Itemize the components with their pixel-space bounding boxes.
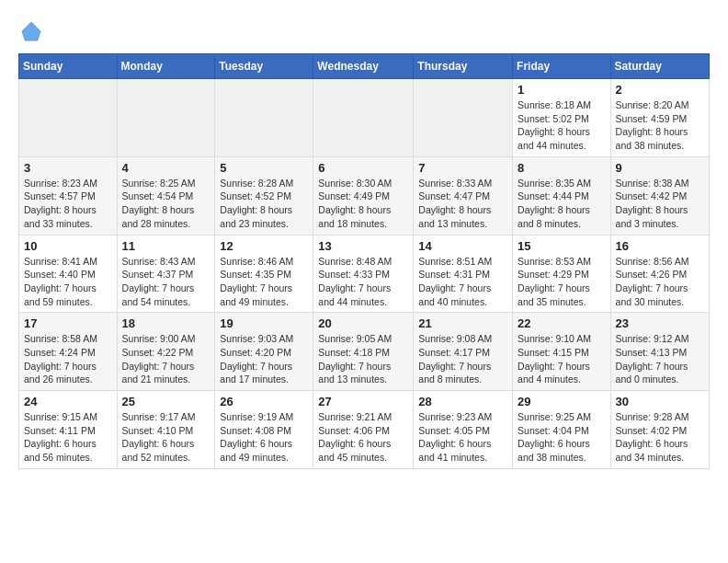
header-tuesday: Tuesday	[215, 54, 313, 79]
day-info: Sunrise: 8:56 AM Sunset: 4:26 PM Dayligh…	[616, 255, 704, 309]
day-number: 20	[318, 316, 408, 330]
day-info: Sunrise: 8:46 AM Sunset: 4:35 PM Dayligh…	[220, 255, 308, 309]
day-number: 8	[518, 161, 606, 175]
day-info: Sunrise: 8:35 AM Sunset: 4:44 PM Dayligh…	[518, 177, 606, 231]
day-cell: 22Sunrise: 9:10 AM Sunset: 4:15 PM Dayli…	[513, 313, 611, 391]
day-info: Sunrise: 9:25 AM Sunset: 4:04 PM Dayligh…	[518, 410, 606, 465]
day-number: 17	[24, 316, 112, 330]
day-cell: 15Sunrise: 8:53 AM Sunset: 4:29 PM Dayli…	[513, 235, 611, 313]
calendar: SundayMondayTuesdayWednesdayThursdayFrid…	[18, 53, 710, 469]
day-cell: 17Sunrise: 8:58 AM Sunset: 4:24 PM Dayli…	[19, 313, 118, 391]
day-number: 11	[122, 239, 210, 253]
day-number: 12	[220, 239, 308, 253]
week-row-5: 24Sunrise: 9:15 AM Sunset: 4:11 PM Dayli…	[19, 391, 710, 469]
day-info: Sunrise: 9:19 AM Sunset: 4:08 PM Dayligh…	[220, 410, 308, 465]
day-cell: 14Sunrise: 8:51 AM Sunset: 4:31 PM Dayli…	[414, 235, 513, 313]
day-number: 3	[24, 161, 112, 175]
day-number: 25	[122, 395, 210, 408]
day-cell: 2Sunrise: 8:20 AM Sunset: 4:59 PM Daylig…	[610, 79, 709, 157]
day-info: Sunrise: 9:08 AM Sunset: 4:17 PM Dayligh…	[418, 332, 507, 386]
day-cell	[215, 79, 313, 157]
day-cell	[117, 79, 215, 157]
day-number: 28	[418, 395, 507, 408]
day-cell: 28Sunrise: 9:23 AM Sunset: 4:05 PM Dayli…	[414, 391, 513, 469]
day-info: Sunrise: 8:25 AM Sunset: 4:54 PM Dayligh…	[122, 177, 210, 231]
week-row-4: 17Sunrise: 8:58 AM Sunset: 4:24 PM Dayli…	[19, 313, 710, 391]
day-info: Sunrise: 9:05 AM Sunset: 4:18 PM Dayligh…	[318, 332, 408, 386]
header-monday: Monday	[117, 54, 215, 79]
week-row-1: 1Sunrise: 8:18 AM Sunset: 5:02 PM Daylig…	[19, 79, 710, 157]
day-info: Sunrise: 8:41 AM Sunset: 4:40 PM Dayligh…	[24, 255, 112, 309]
day-number: 16	[616, 239, 704, 253]
day-cell: 11Sunrise: 8:43 AM Sunset: 4:37 PM Dayli…	[117, 235, 215, 313]
day-cell: 30Sunrise: 9:28 AM Sunset: 4:02 PM Dayli…	[610, 391, 709, 469]
day-cell: 26Sunrise: 9:19 AM Sunset: 4:08 PM Dayli…	[215, 391, 313, 469]
header-saturday: Saturday	[610, 54, 709, 79]
day-number: 1	[518, 83, 606, 97]
day-info: Sunrise: 8:33 AM Sunset: 4:47 PM Dayligh…	[418, 177, 507, 231]
day-cell: 29Sunrise: 9:25 AM Sunset: 4:04 PM Dayli…	[513, 391, 611, 469]
day-cell: 12Sunrise: 8:46 AM Sunset: 4:35 PM Dayli…	[215, 235, 313, 313]
day-number: 19	[220, 316, 308, 330]
day-info: Sunrise: 9:00 AM Sunset: 4:22 PM Dayligh…	[122, 332, 210, 386]
day-cell: 21Sunrise: 9:08 AM Sunset: 4:17 PM Dayli…	[414, 313, 513, 391]
day-info: Sunrise: 8:30 AM Sunset: 4:49 PM Dayligh…	[318, 177, 408, 231]
day-cell: 10Sunrise: 8:41 AM Sunset: 4:40 PM Dayli…	[19, 235, 118, 313]
day-number: 22	[518, 316, 606, 330]
day-number: 18	[122, 316, 210, 330]
day-cell	[414, 79, 513, 157]
day-number: 14	[418, 239, 507, 253]
day-number: 26	[220, 395, 308, 408]
day-number: 29	[518, 395, 606, 408]
day-info: Sunrise: 9:12 AM Sunset: 4:13 PM Dayligh…	[616, 332, 704, 386]
day-cell: 13Sunrise: 8:48 AM Sunset: 4:33 PM Dayli…	[313, 235, 414, 313]
day-info: Sunrise: 9:23 AM Sunset: 4:05 PM Dayligh…	[418, 410, 507, 465]
day-cell: 27Sunrise: 9:21 AM Sunset: 4:06 PM Dayli…	[313, 391, 414, 469]
day-cell	[313, 79, 414, 157]
day-number: 30	[616, 395, 704, 408]
week-row-2: 3Sunrise: 8:23 AM Sunset: 4:57 PM Daylig…	[19, 156, 710, 235]
day-cell: 7Sunrise: 8:33 AM Sunset: 4:47 PM Daylig…	[414, 156, 513, 235]
day-number: 4	[122, 161, 210, 175]
day-info: Sunrise: 8:20 AM Sunset: 4:59 PM Dayligh…	[616, 98, 704, 153]
day-number: 21	[418, 316, 507, 330]
day-cell: 16Sunrise: 8:56 AM Sunset: 4:26 PM Dayli…	[610, 235, 709, 313]
day-cell: 6Sunrise: 8:30 AM Sunset: 4:49 PM Daylig…	[313, 156, 414, 235]
day-info: Sunrise: 8:48 AM Sunset: 4:33 PM Dayligh…	[318, 255, 408, 309]
day-cell: 8Sunrise: 8:35 AM Sunset: 4:44 PM Daylig…	[513, 156, 611, 235]
day-info: Sunrise: 8:58 AM Sunset: 4:24 PM Dayligh…	[24, 332, 112, 386]
day-cell: 9Sunrise: 8:38 AM Sunset: 4:42 PM Daylig…	[610, 156, 709, 235]
day-number: 15	[518, 239, 606, 253]
day-cell: 1Sunrise: 8:18 AM Sunset: 5:02 PM Daylig…	[513, 79, 611, 157]
day-info: Sunrise: 9:21 AM Sunset: 4:06 PM Dayligh…	[318, 410, 408, 465]
page-header	[18, 18, 710, 44]
day-number: 10	[24, 239, 112, 253]
svg-marker-1	[23, 24, 40, 40]
day-cell: 25Sunrise: 9:17 AM Sunset: 4:10 PM Dayli…	[117, 391, 215, 469]
day-info: Sunrise: 8:23 AM Sunset: 4:57 PM Dayligh…	[24, 177, 112, 231]
day-cell: 3Sunrise: 8:23 AM Sunset: 4:57 PM Daylig…	[19, 156, 118, 235]
calendar-header-row: SundayMondayTuesdayWednesdayThursdayFrid…	[19, 54, 710, 79]
day-number: 9	[616, 161, 704, 175]
day-info: Sunrise: 8:38 AM Sunset: 4:42 PM Dayligh…	[616, 177, 704, 231]
day-cell: 18Sunrise: 9:00 AM Sunset: 4:22 PM Dayli…	[117, 313, 215, 391]
day-number: 7	[418, 161, 507, 175]
day-info: Sunrise: 8:18 AM Sunset: 5:02 PM Dayligh…	[518, 98, 606, 153]
week-row-3: 10Sunrise: 8:41 AM Sunset: 4:40 PM Dayli…	[19, 235, 710, 313]
header-thursday: Thursday	[414, 54, 513, 79]
day-cell: 4Sunrise: 8:25 AM Sunset: 4:54 PM Daylig…	[117, 156, 215, 235]
day-cell: 20Sunrise: 9:05 AM Sunset: 4:18 PM Dayli…	[313, 313, 414, 391]
logo	[18, 18, 48, 44]
day-cell	[19, 79, 118, 157]
day-cell: 23Sunrise: 9:12 AM Sunset: 4:13 PM Dayli…	[610, 313, 709, 391]
day-info: Sunrise: 9:10 AM Sunset: 4:15 PM Dayligh…	[518, 332, 606, 386]
day-info: Sunrise: 9:03 AM Sunset: 4:20 PM Dayligh…	[220, 332, 308, 386]
day-cell: 5Sunrise: 8:28 AM Sunset: 4:52 PM Daylig…	[215, 156, 313, 235]
day-cell: 19Sunrise: 9:03 AM Sunset: 4:20 PM Dayli…	[215, 313, 313, 391]
day-info: Sunrise: 9:17 AM Sunset: 4:10 PM Dayligh…	[122, 410, 210, 465]
day-info: Sunrise: 8:53 AM Sunset: 4:29 PM Dayligh…	[518, 255, 606, 309]
header-sunday: Sunday	[19, 54, 118, 79]
header-friday: Friday	[513, 54, 611, 79]
day-number: 6	[318, 161, 408, 175]
day-number: 24	[24, 395, 112, 408]
